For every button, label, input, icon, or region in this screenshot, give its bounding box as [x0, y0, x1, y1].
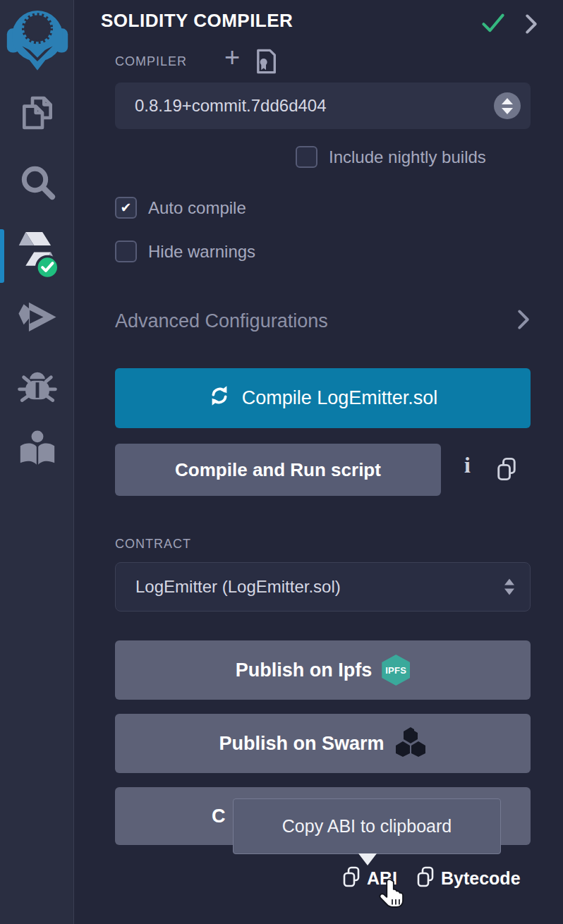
auto-compile-checkbox[interactable]: ✔: [115, 197, 137, 219]
search-icon: [18, 162, 57, 205]
remix-home-button[interactable]: [0, 3, 74, 73]
sidebar-item-debugger[interactable]: [0, 363, 74, 412]
ethereum-arrow-icon: [17, 300, 58, 342]
include-nightly-checkbox-row[interactable]: Include nightly builds: [296, 146, 486, 168]
select-caret-icon: [504, 579, 514, 595]
sidebar-item-deploy-and-run[interactable]: [0, 296, 74, 346]
contract-select[interactable]: LogEmitter (LogEmitter.sol): [115, 562, 531, 612]
compilation-details-visible-text: C: [212, 806, 226, 827]
updown-stepper-icon: [494, 92, 521, 119]
panel-chevron-right-icon[interactable]: [523, 13, 539, 37]
compiler-section-label: COMPILER: [115, 54, 187, 69]
compiler-version-value: 0.8.19+commit.7dd6d404: [115, 96, 327, 116]
hide-warnings-label: Hide warnings: [148, 242, 255, 262]
tooltip-arrow: [358, 853, 377, 865]
info-icon[interactable]: i: [464, 452, 471, 478]
ipfs-logo-icon: IPFS: [382, 655, 410, 686]
icon-sidebar: [0, 0, 74, 924]
bug-icon: [17, 365, 58, 409]
contract-selected-value: LogEmitter (LogEmitter.sol): [116, 577, 341, 597]
solidity-compiler-panel: SOLIDITY COMPILER COMPILER + 0.8.19+comm…: [75, 0, 563, 924]
publish-ipfs-label: Publish on Ipfs: [236, 659, 373, 681]
swarm-logo-icon: [394, 726, 427, 762]
copy-icon: [341, 865, 361, 891]
publish-ipfs-button[interactable]: Publish on Ipfs IPFS: [115, 640, 531, 700]
files-icon: [18, 93, 57, 135]
copy-script-icon[interactable]: [495, 456, 518, 485]
compiler-version-select[interactable]: 0.8.19+commit.7dd6d404: [115, 83, 531, 129]
bytecode-label: Bytecode: [441, 868, 521, 889]
compile-button[interactable]: Compile LogEmitter.sol: [115, 368, 531, 428]
copy-icon: [416, 865, 435, 891]
sidebar-item-file-explorer[interactable]: [0, 92, 74, 137]
hide-warnings-checkbox-row[interactable]: Hide warnings: [115, 241, 255, 262]
checkmark-icon: ✔: [121, 201, 132, 214]
compile-button-label: Compile LogEmitter.sol: [242, 387, 438, 409]
copy-abi-tooltip-text: Copy ABI to clipboard: [282, 816, 452, 837]
publish-swarm-label: Publish on Swarm: [219, 733, 384, 755]
sidebar-item-search[interactable]: [0, 161, 74, 206]
contract-section-label: CONTRACT: [115, 537, 191, 552]
hide-warnings-checkbox[interactable]: [115, 241, 137, 262]
solidity-compiler-icon: [16, 229, 59, 282]
advanced-configurations-label: Advanced Configurations: [115, 310, 328, 332]
auto-compile-checkbox-row[interactable]: ✔ Auto compile: [115, 197, 246, 219]
page-title: SOLIDITY COMPILER: [101, 10, 293, 32]
copy-abi-tooltip: Copy ABI to clipboard: [233, 798, 501, 854]
include-nightly-label: Include nightly builds: [329, 147, 486, 167]
advanced-configurations-toggle[interactable]: Advanced Configurations: [115, 309, 531, 333]
compiler-license-file-icon[interactable]: [254, 48, 278, 78]
remix-solidity-compiler-screen: SOLIDITY COMPILER COMPILER + 0.8.19+comm…: [0, 0, 563, 924]
sidebar-item-learneth[interactable]: [0, 426, 74, 475]
chevron-right-icon: [516, 309, 531, 333]
copy-bytecode-button[interactable]: Bytecode: [416, 865, 521, 891]
include-nightly-checkbox[interactable]: [296, 146, 317, 168]
book-reader-icon: [17, 429, 58, 473]
sync-icon: [208, 384, 231, 412]
compile-and-run-label: Compile and Run script: [175, 459, 381, 481]
auto-compile-label: Auto compile: [148, 198, 246, 218]
add-custom-compiler-icon[interactable]: +: [224, 44, 240, 71]
copy-abi-button[interactable]: ABI: [341, 865, 397, 891]
sidebar-item-solidity-compiler[interactable]: [0, 227, 74, 284]
compile-success-check-icon: [481, 13, 505, 37]
publish-swarm-button[interactable]: Publish on Swarm: [115, 714, 531, 773]
compile-and-run-button[interactable]: Compile and Run script: [115, 444, 441, 496]
remix-logo-icon: [6, 3, 69, 73]
abi-label: ABI: [367, 868, 397, 889]
